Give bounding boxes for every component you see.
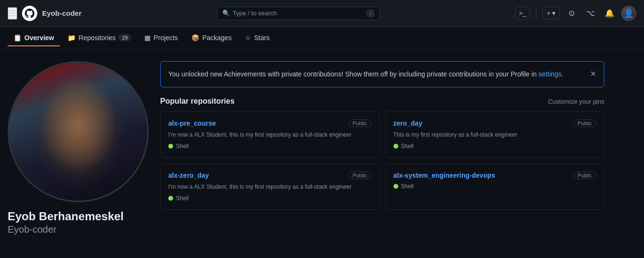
search-box[interactable]: 🔍 Type / to search /	[217, 7, 380, 20]
popular-repos-section: Popular repositories Customize your pins…	[160, 97, 604, 210]
pulls-icon: ⌥	[586, 9, 595, 18]
repos-grid: alx-pre_course Public I'm now a ALX Stud…	[160, 111, 604, 210]
section-header: Popular repositories Customize your pins	[160, 97, 604, 106]
lang-dot-0	[168, 144, 173, 149]
repo-lang-label-2: Shell	[176, 195, 189, 202]
repo-card-1: zero_day Public This is my first reposit…	[385, 111, 605, 158]
hamburger-button[interactable]: ☰	[8, 7, 17, 20]
tab-stars[interactable]: ☆ Stars	[239, 30, 275, 46]
repo-desc-2: I'm now a ALX Student, this is my first …	[168, 183, 371, 191]
repo-badge-0: Public	[349, 119, 371, 127]
tab-projects[interactable]: ▦ Projects	[139, 30, 184, 46]
profile-avatar-container: 😊	[8, 61, 149, 202]
issues-button[interactable]: ⊙	[564, 6, 579, 21]
repo-lang-label-3: Shell	[401, 183, 414, 190]
projects-icon: ▦	[144, 34, 151, 42]
header-search: 🔍 Type / to search /	[87, 7, 509, 20]
user-avatar[interactable]: 👤	[621, 6, 636, 21]
header-separator-1	[536, 8, 536, 19]
chevron-down-icon: ▾	[552, 10, 556, 17]
stars-icon: ☆	[245, 34, 251, 42]
emoji-status-button[interactable]: 😊	[131, 184, 143, 197]
packages-icon: 📦	[191, 34, 199, 42]
overview-icon: 📋	[13, 34, 22, 42]
emoji-icon: 😊	[133, 187, 141, 194]
header: ☰ Eyob-coder 🔍 Type / to search / >_ + ▾…	[0, 0, 644, 27]
repo-lang-2: Shell	[168, 195, 371, 202]
profile-nav: 📋 Overview 📁 Repositories 29 ▦ Projects …	[0, 27, 644, 50]
repositories-icon: 📁	[67, 34, 76, 42]
repo-card-3: alx-system_engineering-devops Public She…	[385, 163, 605, 210]
repo-badge-2: Public	[349, 172, 371, 179]
header-username[interactable]: Eyob-coder	[42, 9, 82, 17]
profile-handle: Eyob-coder	[8, 224, 56, 235]
issues-icon: ⊙	[568, 9, 575, 18]
plus-icon: +	[546, 10, 550, 17]
lang-dot-1	[393, 144, 398, 149]
repo-name-1[interactable]: zero_day	[393, 119, 423, 127]
repo-desc-0: I'm now a ALX Student, this is my first …	[168, 131, 371, 139]
repo-card-0: alx-pre_course Public I'm now a ALX Stud…	[160, 111, 380, 158]
header-left: ☰ Eyob-coder	[8, 6, 82, 21]
repo-desc-1: This is my first repository as a full-st…	[393, 131, 597, 139]
tab-repositories[interactable]: 📁 Repositories 29	[62, 30, 137, 46]
github-logo[interactable]	[22, 6, 37, 21]
profile-sidebar: 😊 Eyob Berhanemeskel Eyob-coder	[8, 61, 149, 235]
repo-lang-3: Shell	[393, 183, 597, 190]
search-placeholder-text: Type / to search	[233, 10, 364, 17]
profile-main: You unlocked new Achievements with priva…	[160, 61, 604, 235]
repo-card-header-2: alx-zero_day Public	[168, 172, 371, 179]
main-content: 😊 Eyob Berhanemeskel Eyob-coder You unlo…	[0, 50, 612, 247]
repo-badge-1: Public	[573, 119, 596, 127]
repo-lang-0: Shell	[168, 143, 371, 150]
profile-avatar-image	[9, 63, 147, 201]
notifications-button[interactable]: 🔔	[602, 6, 617, 21]
popular-repos-title: Popular repositories	[160, 97, 235, 106]
repo-card-header-0: alx-pre_course Public	[168, 119, 371, 127]
header-right: >_ + ▾ ⊙ ⌥ 🔔 👤	[515, 6, 636, 21]
close-banner-button[interactable]: ✕	[590, 69, 596, 78]
customize-pins-link[interactable]: Customize your pins	[548, 98, 604, 105]
profile-full-name: Eyob Berhanemeskel	[8, 210, 124, 223]
repo-card-2: alx-zero_day Public I'm now a ALX Studen…	[160, 163, 380, 210]
repositories-badge: 29	[119, 34, 131, 41]
repo-lang-1: Shell	[393, 143, 597, 150]
tab-overview[interactable]: 📋 Overview	[8, 30, 60, 46]
achievement-text: You unlocked new Achievements with priva…	[168, 69, 563, 79]
lang-dot-2	[168, 196, 173, 201]
notifications-icon: 🔔	[605, 9, 614, 18]
lang-dot-3	[393, 184, 398, 189]
new-button[interactable]: + ▾	[542, 7, 560, 20]
search-icon: 🔍	[222, 10, 230, 17]
terminal-button[interactable]: >_	[515, 7, 531, 20]
settings-link[interactable]: settings	[538, 70, 561, 78]
terminal-icon: >_	[519, 10, 526, 17]
repo-name-2[interactable]: alx-zero_day	[168, 172, 209, 179]
repo-badge-3: Public	[573, 172, 596, 179]
repo-card-header-1: zero_day Public	[393, 119, 597, 127]
repo-lang-label-0: Shell	[176, 143, 189, 150]
search-kbd: /	[367, 10, 374, 17]
repo-card-header-3: alx-system_engineering-devops Public	[393, 172, 597, 179]
repo-lang-label-1: Shell	[401, 143, 414, 150]
repo-name-0[interactable]: alx-pre_course	[168, 119, 216, 127]
achievement-banner: You unlocked new Achievements with priva…	[160, 61, 604, 87]
pull-requests-button[interactable]: ⌥	[583, 6, 598, 21]
tab-packages[interactable]: 📦 Packages	[186, 30, 237, 46]
repo-name-3[interactable]: alx-system_engineering-devops	[393, 172, 495, 179]
